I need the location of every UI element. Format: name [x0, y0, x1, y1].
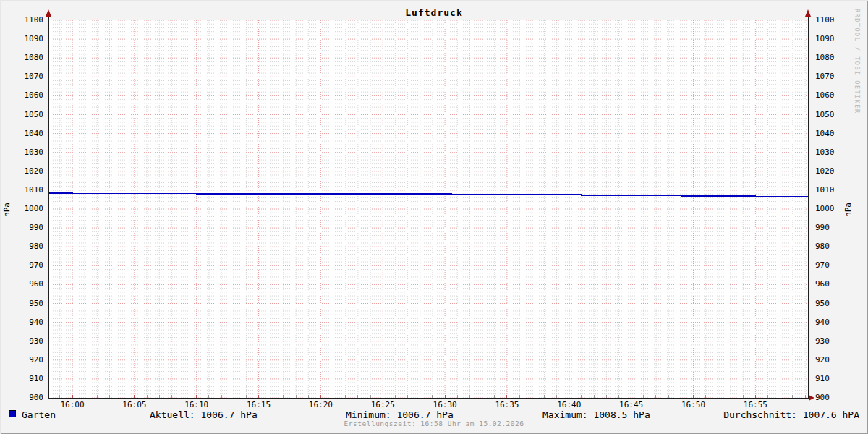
- y-tick-label: 900: [815, 393, 859, 402]
- y-tick-label: 1010: [0, 186, 43, 195]
- x-tick-label: 16:55: [737, 401, 773, 409]
- x-tick-label: 16:10: [179, 401, 215, 409]
- x-tick-label: 16:40: [551, 401, 587, 409]
- rrdtool-graph-window: Luftdruck hPa hPa 9009109209309409509609…: [0, 0, 868, 434]
- y-tick-label: 970: [815, 261, 859, 270]
- y-tick-label: 920: [0, 356, 43, 365]
- y-tick-label: 980: [815, 242, 859, 251]
- y-tick-label: 1070: [815, 72, 859, 81]
- y-tick-label: 1040: [815, 129, 859, 138]
- y-tick-label: 1010: [815, 186, 859, 195]
- y-tick-label: 930: [815, 337, 859, 346]
- series-color-swatch: [9, 410, 16, 417]
- x-tick-label: 16:00: [54, 401, 90, 409]
- y-tick-label: 1020: [0, 167, 43, 176]
- plot-area: [0, 0, 868, 434]
- y-tick-label: 1020: [815, 167, 859, 176]
- x-tick-label: 16:45: [613, 401, 650, 409]
- y-axis-arrow-right: [805, 9, 811, 17]
- y-tick-label: 1000: [815, 205, 859, 213]
- x-tick-label: 16:05: [116, 401, 153, 409]
- y-tick-label: 1080: [815, 54, 859, 62]
- y-tick-label: 1030: [0, 148, 43, 157]
- y-tick-label: 1030: [815, 148, 859, 157]
- y-tick-label: 1100: [815, 16, 859, 25]
- y-tick-label: 1060: [815, 91, 859, 100]
- y-tick-label: 940: [0, 318, 43, 327]
- y-tick-label: 990: [815, 224, 859, 232]
- x-axis-arrow: [809, 395, 814, 401]
- stat-aktuell: Aktuell: 1006.7 hPa: [150, 409, 258, 420]
- x-tick-label: 16:25: [365, 401, 401, 409]
- y-tick-label: 1050: [815, 111, 859, 119]
- x-tick-label: 16:30: [427, 401, 463, 409]
- y-tick-label: 1050: [0, 111, 43, 119]
- x-tick-label: 16:50: [676, 401, 712, 409]
- series-name: Garten: [22, 409, 56, 420]
- y-tick-label: 910: [0, 375, 43, 383]
- y-tick-label: 1000: [0, 205, 43, 213]
- y-tick-label: 930: [0, 337, 43, 346]
- y-axis-arrow-left: [46, 9, 51, 17]
- y-tick-label: 940: [815, 318, 859, 327]
- y-tick-label: 1070: [0, 72, 43, 81]
- y-tick-label: 1040: [0, 129, 43, 138]
- y-tick-label: 970: [0, 261, 43, 270]
- y-tick-label: 960: [0, 280, 43, 289]
- y-tick-label: 900: [0, 393, 43, 402]
- y-tick-label: 1080: [0, 54, 43, 62]
- y-tick-label: 980: [0, 242, 43, 251]
- y-tick-label: 1090: [815, 35, 859, 43]
- x-tick-label: 16:20: [302, 401, 339, 409]
- y-tick-label: 960: [815, 280, 859, 289]
- creation-timestamp: Erstellungszeit: 16:58 Uhr am 15.02.2026: [0, 420, 868, 427]
- stat-maximum: Maximum: 1008.5 hPa: [542, 409, 650, 420]
- y-tick-label: 910: [815, 375, 859, 383]
- y-tick-label: 990: [0, 224, 43, 232]
- y-tick-label: 950: [815, 299, 859, 308]
- x-tick-label: 16:15: [241, 401, 277, 409]
- y-tick-label: 1060: [0, 91, 43, 100]
- y-tick-label: 950: [0, 299, 43, 308]
- stat-durchschnitt: Durchschnitt: 1007.6 hPA: [723, 409, 859, 420]
- y-tick-label: 1100: [0, 16, 43, 25]
- y-tick-label: 920: [815, 356, 859, 365]
- stat-minimum: Minimum: 1006.7 hPa: [346, 409, 454, 420]
- rrdtool-watermark: RRDTOOL / TOBI OETIKER: [854, 9, 861, 114]
- x-tick-label: 16:35: [489, 401, 525, 409]
- y-tick-label: 1090: [0, 35, 43, 43]
